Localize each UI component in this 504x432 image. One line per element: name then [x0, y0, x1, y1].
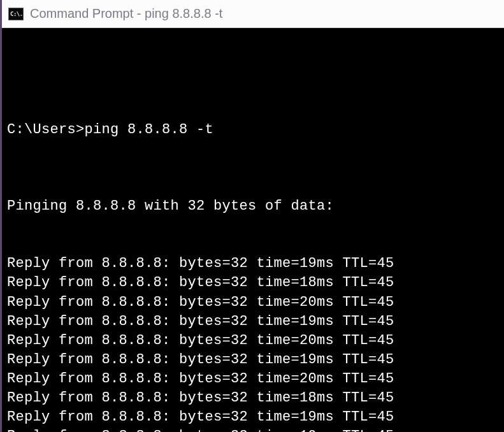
- ping-replies: Reply from 8.8.8.8: bytes=32 time=19ms T…: [2, 254, 504, 432]
- ping-reply-line: Reply from 8.8.8.8: bytes=32 time=20ms T…: [2, 293, 504, 312]
- ping-status-header: Pinging 8.8.8.8 with 32 bytes of data:: [2, 197, 504, 216]
- ping-reply-line: Reply from 8.8.8.8: bytes=32 time=20ms T…: [2, 331, 504, 350]
- ping-reply-line: Reply from 8.8.8.8: bytes=32 time=19ms T…: [2, 312, 504, 331]
- command-text: ping 8.8.8.8 -t: [85, 122, 214, 138]
- ping-reply-line: Reply from 8.8.8.8: bytes=32 time=18ms T…: [2, 273, 504, 292]
- prompt-text: C:\Users>: [7, 122, 85, 138]
- ping-reply-line: Reply from 8.8.8.8: bytes=32 time=19ms T…: [2, 350, 504, 370]
- window-titlebar[interactable]: C:\. Command Prompt - ping 8.8.8.8 -t: [2, 0, 504, 28]
- window-title: Command Prompt - ping 8.8.8.8 -t: [30, 6, 222, 21]
- command-line: C:\Users>ping 8.8.8.8 -t: [2, 120, 504, 140]
- cmd-icon: C:\.: [8, 8, 24, 20]
- ping-reply-line: Reply from 8.8.8.8: bytes=32 time=19ms T…: [2, 254, 504, 273]
- ping-reply-line: Reply from 8.8.8.8: bytes=32 time=19ms T…: [2, 408, 504, 427]
- ping-reply-line: Reply from 8.8.8.8: bytes=32 time=18ms T…: [2, 389, 504, 408]
- ping-reply-line: Reply from 8.8.8.8: bytes=32 time=20ms T…: [2, 370, 504, 389]
- command-prompt-window: C:\. Command Prompt - ping 8.8.8.8 -t C:…: [0, 0, 504, 432]
- terminal-output[interactable]: C:\Users>ping 8.8.8.8 -t Pinging 8.8.8.8…: [2, 28, 504, 432]
- terminal-content: C:\Users>ping 8.8.8.8 -t Pinging 8.8.8.8…: [2, 66, 504, 432]
- ping-reply-line: Reply from 8.8.8.8: bytes=32 time=19ms T…: [2, 427, 504, 432]
